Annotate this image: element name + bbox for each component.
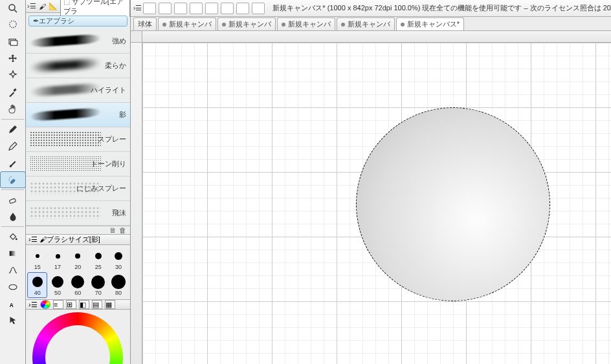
subtool-item[interactable]: 強め xyxy=(26,29,130,54)
color-history-icon[interactable]: ▦ xyxy=(105,300,115,309)
pen-tool[interactable] xyxy=(0,121,26,138)
airbrush-tool[interactable] xyxy=(0,171,26,188)
topbar-icon-8[interactable] xyxy=(252,3,265,14)
brush-size-swatch[interactable]: 15 xyxy=(27,246,47,272)
brushsize-panel-header: ›☰ 🖌 ブラシサイズ[影] xyxy=(26,234,130,245)
document-tab-label: 新規キャンバ xyxy=(228,19,271,29)
subtool-group-selector[interactable]: ✒ エアブラシ xyxy=(28,16,128,27)
topbar-icon-5[interactable] xyxy=(205,3,218,14)
shape-tool[interactable] xyxy=(0,279,26,295)
color-set-icon[interactable]: ⊞ xyxy=(66,300,76,309)
svg-rect-11 xyxy=(10,251,17,256)
brush-size-label: 17 xyxy=(54,264,61,270)
color-wheel-panel[interactable] xyxy=(26,310,130,364)
brush-tool[interactable] xyxy=(0,155,26,171)
svg-point-12 xyxy=(9,284,17,290)
color-mixer-icon[interactable]: ◧ xyxy=(79,300,89,309)
subtool-item-label: 飛沫 xyxy=(112,208,126,218)
brush-size-label: 50 xyxy=(54,290,61,296)
brush-size-label: 80 xyxy=(115,290,122,296)
document-tab-label: 球体 xyxy=(138,19,152,29)
subtool-item[interactable]: 飛沫 xyxy=(26,201,130,226)
document-tab[interactable]: 新規キャンバス* xyxy=(396,17,464,30)
subtool-panel-header: ›☰🖌📐 ⬚ サブツール[エアブラ xyxy=(26,0,130,13)
brush-size-swatch[interactable]: 70 xyxy=(88,272,108,298)
panel-tool[interactable] xyxy=(0,34,26,50)
document-tab[interactable]: 新規キャンバ xyxy=(337,17,395,30)
subtool-item-label: スプレー xyxy=(98,134,126,144)
document-tab[interactable]: 新規キャンバ xyxy=(277,17,335,30)
ruler-horizontal[interactable] xyxy=(142,31,611,43)
subtool-item[interactable]: にじみスプレー xyxy=(26,177,130,201)
topbar-icon-6[interactable] xyxy=(221,3,234,14)
select-arrow-tool[interactable] xyxy=(0,312,26,329)
topbar-icon-4[interactable] xyxy=(190,3,203,14)
sv-square[interactable] xyxy=(58,338,97,364)
color-intermediate-icon[interactable]: ▤ xyxy=(92,300,102,309)
brush-size-swatch[interactable]: 40 xyxy=(27,272,47,298)
brush-size-label: 30 xyxy=(115,264,122,270)
brush-size-label: 70 xyxy=(95,290,102,296)
subtool-item[interactable]: スプレー xyxy=(26,127,130,152)
topbar-icon-1[interactable] xyxy=(143,3,156,14)
brush-size-swatch[interactable]: 20 xyxy=(68,246,88,272)
color-slider-icon[interactable]: ≡ xyxy=(53,300,63,309)
brush-size-swatch[interactable]: 17 xyxy=(47,246,67,272)
text-tool[interactable]: A xyxy=(0,295,26,312)
brush-size-label: 25 xyxy=(95,264,102,270)
brush-size-label: 40 xyxy=(34,290,41,296)
document-tab[interactable]: 新規キャンバ xyxy=(217,17,276,30)
topbar-icon-2[interactable] xyxy=(159,3,172,14)
subtool-item[interactable]: ハイライト xyxy=(26,78,130,103)
hand-tool[interactable] xyxy=(0,101,26,118)
subtool-item[interactable]: トーン削り xyxy=(26,152,130,177)
move-tool[interactable] xyxy=(0,50,26,67)
svg-point-2 xyxy=(10,21,17,28)
document-tab-label: 新規キャンバ xyxy=(169,19,212,29)
eraser-tool[interactable] xyxy=(0,191,26,208)
brushsize-panel-tab[interactable]: ブラシサイズ[影] xyxy=(47,235,100,244)
svg-point-10 xyxy=(16,238,17,240)
svg-point-7 xyxy=(10,177,12,178)
blend-tool[interactable] xyxy=(0,208,26,225)
topbar-icon-3[interactable] xyxy=(174,3,187,14)
fill-tool[interactable] xyxy=(0,228,26,245)
new-subtool-icon[interactable]: 🗎 xyxy=(109,226,117,234)
subtool-item-label: 影 xyxy=(119,110,126,120)
delete-subtool-icon[interactable]: 🗑 xyxy=(119,226,126,234)
brush-size-swatch[interactable]: 30 xyxy=(108,246,128,272)
selection-marquee xyxy=(356,107,550,301)
magic-wand-tool[interactable] xyxy=(0,67,26,84)
main-toolbar: A xyxy=(0,0,26,364)
lasso-tool[interactable] xyxy=(0,17,26,34)
svg-point-0 xyxy=(9,5,15,10)
subtool-item-label: 柔らか xyxy=(105,61,126,70)
canvas[interactable] xyxy=(142,43,611,364)
brush-size-swatch[interactable]: 60 xyxy=(68,272,88,298)
canvas-viewport xyxy=(131,31,611,364)
hue-ring[interactable] xyxy=(32,312,123,364)
svg-line-1 xyxy=(14,10,17,12)
svg-point-6 xyxy=(9,178,10,179)
app-topbar: ›☰ 新規キャンバス* (1000 x 842px 72dpi 100.0%) … xyxy=(131,0,611,17)
svg-text:A: A xyxy=(10,303,14,308)
subtool-item[interactable]: 影 xyxy=(26,103,130,127)
pencil-tool[interactable] xyxy=(0,138,26,155)
eyedropper-tool[interactable] xyxy=(0,84,26,101)
color-wheel-icon[interactable] xyxy=(40,300,50,309)
contour-tool[interactable] xyxy=(0,262,26,279)
svg-rect-4 xyxy=(10,41,17,46)
subtool-panel-tab[interactable]: ⬚ サブツール[エアブラ xyxy=(60,0,130,17)
magnify-tool[interactable] xyxy=(0,0,26,17)
topbar-icon-7[interactable] xyxy=(236,3,249,14)
brush-size-swatch[interactable]: 25 xyxy=(88,246,108,272)
brush-size-swatch[interactable]: 80 xyxy=(108,272,128,298)
ruler-vertical[interactable] xyxy=(131,43,142,364)
document-tab[interactable]: 新規キャンバ xyxy=(158,17,216,30)
brush-size-swatch[interactable]: 50 xyxy=(47,272,67,298)
svg-rect-9 xyxy=(9,198,16,204)
gradient-tool[interactable] xyxy=(0,245,26,262)
subtool-item[interactable]: 柔らか xyxy=(26,54,130,78)
document-tab[interactable]: 球体 xyxy=(133,17,157,30)
brush-size-label: 20 xyxy=(74,264,81,270)
